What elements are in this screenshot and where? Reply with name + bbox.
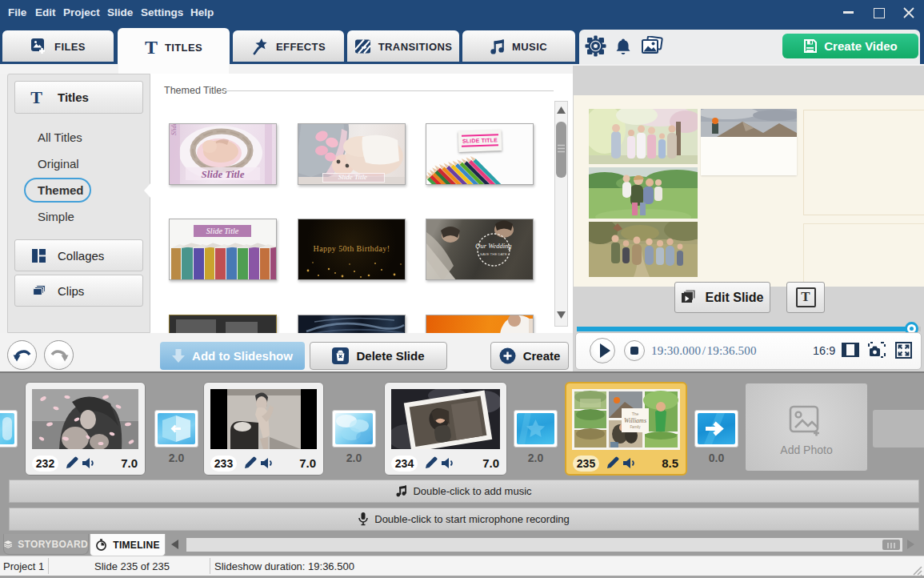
svg-text:Family: Family (630, 425, 641, 429)
svg-text:Our Wedding: Our Wedding (475, 242, 511, 250)
svg-text:Williams: Williams (624, 417, 646, 424)
svg-text:The: The (632, 411, 639, 416)
svg-text:SAVE THE DATE: SAVE THE DATE (480, 252, 507, 256)
